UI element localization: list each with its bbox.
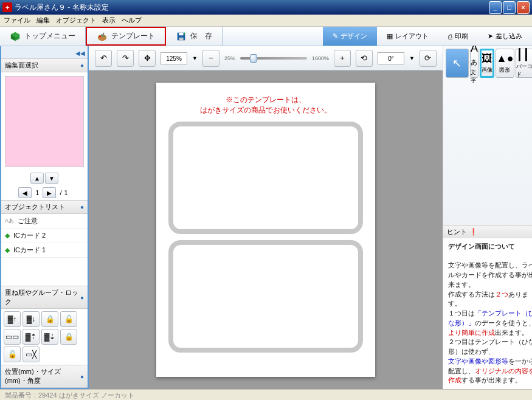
chevron-down-icon[interactable]: ▼ [409,55,415,61]
window-titlebar: ✦ ラベル屋さん９ - 名称未設定 _ □ × [0,0,532,15]
collapse-icon[interactable]: ● [80,373,84,380]
nav-last-button[interactable]: ▶ [43,187,56,198]
design-page[interactable]: ※このテンプレートは、 はがきサイズの商品でお使いください。 [156,83,375,377]
menubar: ファイル 編集 オブジェクト 表示 ヘルプ [0,15,532,27]
ungroup-button[interactable]: ▭╳ [22,347,40,362]
image-tool-button[interactable]: 🖼 画像 [480,49,494,78]
send-back-button[interactable]: ▓⇣ [41,329,58,345]
stacklock-label: 重ね順やグループ・ロック [5,288,80,306]
position-header: 位置(mm)・サイズ(mm)・角度 ● [1,365,88,388]
send-backward-button[interactable]: ▓↓ [22,311,40,327]
collapse-icon[interactable]: ● [80,204,84,210]
rotate-left-button[interactable]: ⟲ [356,50,373,67]
nav-up-button[interactable]: ▲ [30,173,44,184]
pen-icon: ✎ [333,32,338,40]
obj-warn-label: ご注意 [18,216,38,226]
collapse-icon[interactable]: ● [80,294,84,301]
hint-panel: ヒント ❗ ● デザイン画面について 文字や画像等を配置し、ラベルやカードを作成… [443,225,532,389]
save-label: 保 存 [190,31,212,41]
chevron-down-icon[interactable]: ▼ [192,55,198,61]
grid-icon: ▦ [387,32,393,40]
merge-icon: ➤ [488,32,493,40]
template-label: テンプレート [111,31,155,41]
position-label: 位置(mm)・サイズ(mm)・角度 [5,367,80,385]
shape-tool-button[interactable]: ▲● 図形 [496,49,514,78]
page-sep: / [60,189,61,196]
menu-object[interactable]: オブジェクト [56,16,96,25]
tool-properties-area [443,80,532,225]
shapes-icon: ▲● [496,52,514,65]
bring-front-button[interactable]: ▓⇡ [22,329,40,345]
hint-emph: ２つ [495,291,508,298]
card-slot-2[interactable] [168,240,363,353]
redo-button[interactable]: ↷ [117,50,134,67]
zoom-slider[interactable] [240,57,307,60]
tab-print[interactable]: ⎙ 印刷 [438,27,478,46]
rotate-field[interactable]: 0° [378,52,404,64]
sidebar-collapse-icon[interactable]: ◀◀ [75,50,85,57]
main-toolbar: トップメニュー テンプレート + 保 存 ✎ デザイン ▦ レイアウト ⎙ 印刷… [0,27,532,46]
collapse-icon[interactable]: ● [80,62,84,69]
tab-design-label: デザイン [340,32,367,41]
menu-file[interactable]: ファイル [4,16,30,25]
object-item-warn[interactable]: Aあ ご注意 [1,214,88,229]
tab-design[interactable]: ✎ デザイン [323,27,377,46]
template-warning-line1: ※このテンプレートは、 [226,95,306,104]
topmenu-label: トップメニュー [24,31,75,41]
lock-button[interactable]: 🔒 [41,311,58,327]
object-item-ic2[interactable]: ◆ ICカード 2 [1,229,88,243]
lock-all-button[interactable]: 🔒 [60,329,77,345]
bring-forward-button[interactable]: ▓↑ [4,311,21,327]
rotate-right-button[interactable]: ⟳ [420,50,437,67]
unlock-all-button[interactable]: 🔓 [4,347,21,362]
palette-icon [97,31,108,42]
template-button[interactable]: テンプレート [86,27,166,46]
undo-button[interactable]: ↶ [95,50,112,67]
select-tool-button[interactable]: ↖ [446,49,469,78]
page-number: 1 [35,189,39,196]
info-icon: ❗ [469,228,478,236]
tab-merge-label: 差し込み [496,32,522,41]
maximize-button[interactable]: □ [503,1,516,14]
save-button[interactable]: + 保 存 [166,27,223,46]
zoom-out-button[interactable]: − [202,50,219,67]
statusbar: 製品番号：29424 はがきサイズ ノーカット [0,389,532,400]
unlock-button[interactable]: 🔓 [60,311,77,327]
menu-edit[interactable]: 編集 [36,16,50,25]
hint-line: 作成する方法は [448,291,495,298]
zoom-in-button[interactable]: + [334,50,351,67]
group-button[interactable]: ▭▭ [4,329,21,345]
fit-button[interactable]: ✥ [139,50,156,67]
hint-line: 出来ます。 [495,329,528,336]
page-thumbnail[interactable] [5,76,84,167]
tab-merge[interactable]: ➤ 差し込み [478,27,532,46]
obj-ic2-label: ICカード 2 [13,231,46,240]
shape-tool-label: 図形 [499,66,510,74]
product-info: 製品番号：29424 はがきサイズ ノーカット [5,391,134,399]
nav-down-button[interactable]: ▼ [45,173,58,184]
menu-help[interactable]: ヘルプ [122,16,142,25]
printer-icon: ⎙ [448,33,452,40]
stacklock-header: 重ね順やグループ・ロック ● [1,286,88,309]
template-warning-line2: はがきサイズの商品でお使いください。 [200,106,331,114]
close-button[interactable]: × [517,1,530,14]
nav-first-button[interactable]: ◀ [18,187,32,198]
edit-surface-header: 編集面選択 ● [1,58,88,72]
text-tool-button[interactable]: Aあ 文字 [470,49,478,78]
canvas-toolbar: ↶ ↷ ✥ 125% ▼ − 25% 1600% + ⟲ 0° ▼ ⟳ [89,46,443,71]
window-title: ラベル屋さん９ - 名称未設定 [15,2,109,13]
object-item-ic1[interactable]: ◆ ICカード 1 [1,243,88,258]
page-total: 1 [64,189,68,196]
hint-title: デザイン画面について [448,243,515,250]
hint-line: のデータを使うと、 [475,319,532,326]
topmenu-button[interactable]: トップメニュー [0,27,86,46]
svg-point-6 [103,35,105,37]
card-slot-1[interactable] [168,122,363,234]
svg-rect-10 [179,37,183,40]
app-icon: ✦ [2,2,12,12]
zoom-field[interactable]: 125% [161,52,187,64]
menu-view[interactable]: 表示 [102,16,116,25]
barcode-tool-button[interactable]: ┃┃┃┃ バーコード [516,49,532,78]
tab-layout[interactable]: ▦ レイアウト [377,27,438,46]
minimize-button[interactable]: _ [489,1,502,14]
